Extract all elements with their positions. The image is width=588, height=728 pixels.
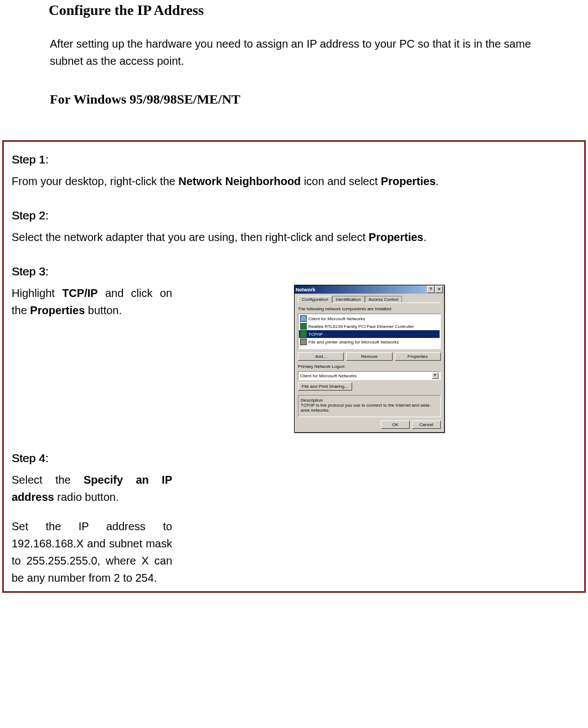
step2-text-post: . [424, 231, 427, 243]
step3-label: Step 3: [12, 265, 576, 278]
primary-logon-combo[interactable]: Client for Microsoft Networks ▾ [298, 371, 441, 380]
step2-bold-properties: Properties [369, 231, 424, 243]
step3-bold-tcpip: TCP/IP [62, 287, 97, 299]
cancel-button[interactable]: Cancel [412, 421, 441, 429]
remove-button[interactable]: Remove [346, 352, 392, 361]
step1-body: From your desktop, right-click the Netwo… [12, 173, 576, 190]
tab-configuration[interactable]: Configuration [298, 296, 332, 303]
component-label: File and printer sharing for Microsoft N… [308, 340, 399, 345]
dialog-tabs: Configuration Identification Access Cont… [298, 296, 441, 303]
step4-p2: Set the IP address to 192.168.168.X and … [12, 518, 172, 587]
chevron-down-icon[interactable]: ▾ [432, 372, 439, 379]
adapter-icon [300, 323, 307, 330]
help-button[interactable]: ? [427, 286, 435, 293]
component-label: Client for Microsoft Networks [308, 316, 365, 321]
step4-label: Step 4: [12, 452, 576, 465]
component-label: TCP/IP [308, 332, 323, 337]
tab-identification[interactable]: Identification [332, 296, 365, 303]
service-icon [300, 339, 307, 345]
installed-components-label: The following network components are ins… [298, 306, 441, 311]
protocol-icon [300, 331, 307, 337]
list-item[interactable]: Realtek RTL8139 Family PCI Fast Ethernet… [299, 322, 440, 330]
dialog-titlebar[interactable]: Network ? × [295, 285, 444, 294]
close-button[interactable]: × [435, 286, 443, 293]
description-label: Description [301, 398, 438, 403]
step2-label: Step 2: [12, 209, 576, 222]
network-dialog: Network ? × Configuration Identification… [294, 285, 445, 433]
heading-windows-versions: For Windows 95/98/98SE/ME/NT [50, 92, 588, 107]
step3-text-post: button. [85, 304, 122, 316]
step3-body: Highlight TCP/IP and click on the Proper… [12, 285, 172, 319]
heading-configure-ip: Configure the IP Address [49, 2, 588, 19]
step1-text-pre: From your desktop, right-click the [12, 175, 178, 187]
description-text: TCP/IP is the protocol you use to connec… [301, 403, 438, 413]
primary-logon-value: Client for Microsoft Networks [300, 373, 357, 378]
list-item-selected[interactable]: TCP/IP [299, 330, 440, 338]
step4-p1-post: radio button. [54, 491, 119, 503]
steps-container: Step 1: From your desktop, right-click t… [2, 140, 586, 593]
step1-text-post: . [436, 175, 439, 187]
step1-label: Step 1: [12, 153, 576, 166]
component-label: Realtek RTL8139 Family PCI Fast Ethernet… [308, 324, 414, 329]
step4-p1-pre: Select the [12, 474, 84, 486]
step3-text-pre: Highlight [12, 287, 62, 299]
add-button[interactable]: Add... [298, 352, 344, 361]
step1-text-mid: icon and select [301, 175, 381, 187]
description-group: Description TCP/IP is the protocol you u… [298, 395, 441, 417]
step4-body: Select the Specify an IP address radio b… [12, 471, 172, 587]
client-icon [300, 315, 307, 322]
dialog-title: Network [296, 287, 316, 293]
step2-text-pre: Select the network adapter that you are … [12, 231, 369, 243]
components-listbox[interactable]: Client for Microsoft Networks Realtek RT… [298, 314, 441, 349]
primary-logon-label: Primary Network Logon: [298, 364, 441, 369]
step3-bold-properties: Properties [30, 304, 85, 316]
list-item[interactable]: Client for Microsoft Networks [299, 315, 440, 322]
step2-body: Select the network adapter that you are … [12, 229, 576, 246]
properties-button[interactable]: Properties [395, 352, 441, 361]
step1-bold-properties: Properties [381, 175, 436, 187]
ok-button[interactable]: OK [381, 421, 410, 429]
file-print-sharing-button[interactable]: File and Print Sharing... [298, 382, 352, 391]
list-item[interactable]: File and printer sharing for Microsoft N… [299, 338, 440, 346]
step1-bold-network-neighborhood: Network Neighborhood [178, 175, 301, 187]
intro-paragraph: After setting up the hardware you need t… [50, 35, 566, 70]
tab-access-control[interactable]: Access Control [365, 296, 403, 303]
